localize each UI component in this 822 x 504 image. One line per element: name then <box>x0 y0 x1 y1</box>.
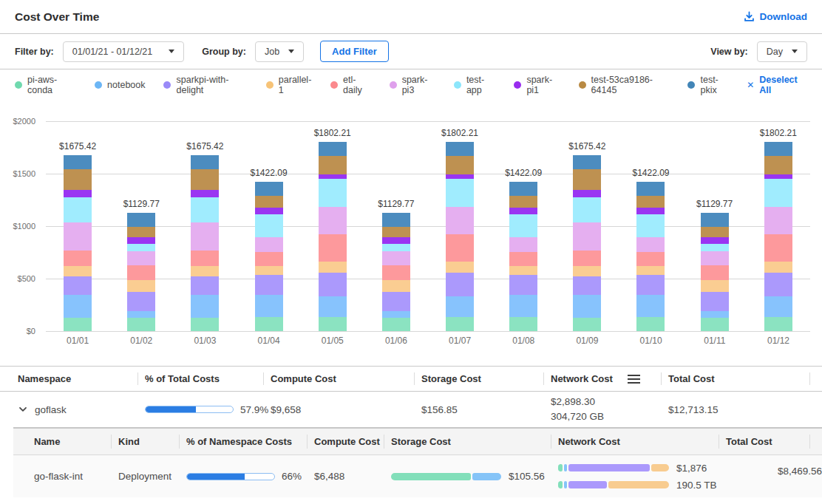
bar-segment-test-53ca9186-64145[interactable] <box>573 169 601 190</box>
bar-segment-test-53ca9186-64145[interactable] <box>701 227 729 237</box>
bar-segment-test-pkix[interactable] <box>636 182 665 196</box>
bar-segment-spark-pi1[interactable] <box>573 190 601 197</box>
bar-segment-parallel-1[interactable] <box>191 266 219 277</box>
bar-segment-test-53ca9186-64145[interactable] <box>127 227 155 237</box>
bar-segment-parallel-1[interactable] <box>636 266 665 275</box>
bar-segment-sparkpi-with-delight[interactable] <box>127 292 155 312</box>
bar-segment-parallel-1[interactable] <box>509 266 537 275</box>
bar-segment-pi-aws-conda[interactable] <box>255 317 283 331</box>
legend-item-spark-pi1[interactable]: spark-pi1 <box>514 75 560 95</box>
bar-segment-etl-daily[interactable] <box>191 251 219 266</box>
bar-segment-test-app[interactable] <box>764 179 792 208</box>
legend-item-notebook[interactable]: notebook <box>95 80 145 90</box>
bar-segment-parallel-1[interactable] <box>573 266 601 277</box>
bar-segment-notebook[interactable] <box>509 295 537 317</box>
bar-segment-sparkpi-with-delight[interactable] <box>382 292 410 312</box>
bar-segment-sparkpi-with-delight[interactable] <box>636 275 665 296</box>
bar-segment-notebook[interactable] <box>446 296 474 317</box>
bar-segment-spark-pi1[interactable] <box>64 190 92 197</box>
bar-segment-notebook[interactable] <box>64 295 92 317</box>
bar-segment-test-pkix[interactable] <box>509 182 537 196</box>
bar-segment-parallel-1[interactable] <box>319 262 347 273</box>
bar-segment-parallel-1[interactable] <box>64 266 92 277</box>
column-header-storage-cost[interactable]: Storage Cost <box>384 429 551 454</box>
bar-segment-spark-pi3[interactable] <box>573 222 601 251</box>
bar-segment-spark-pi3[interactable] <box>701 251 729 266</box>
bar-segment-etl-daily[interactable] <box>509 252 537 266</box>
bar-segment-etl-daily[interactable] <box>64 251 92 266</box>
column-header-storage-cost[interactable]: Storage Cost <box>414 367 543 391</box>
deselect-all-button[interactable]: ✕ Deselect All <box>747 75 807 95</box>
bar-segment-test-app[interactable] <box>255 214 283 237</box>
bar-column-01/08[interactable]: $1422.09 <box>509 121 537 331</box>
bar-column-01/10[interactable]: $1422.09 <box>636 121 665 331</box>
bar-segment-spark-pi3[interactable] <box>446 207 474 234</box>
bar-segment-test-app[interactable] <box>573 197 601 222</box>
bar-segment-etl-daily[interactable] <box>701 265 729 280</box>
legend-item-sparkpi-with-delight[interactable]: sparkpi-with-delight <box>163 75 247 95</box>
bar-segment-pi-aws-conda[interactable] <box>319 317 347 331</box>
bar-segment-etl-daily[interactable] <box>446 234 474 261</box>
column-header-pct-total-costs[interactable]: % of Total Costs <box>137 367 263 391</box>
bar-segment-test-pkix[interactable] <box>573 155 601 169</box>
bar-segment-etl-daily[interactable] <box>255 252 283 266</box>
bar-segment-spark-pi3[interactable] <box>191 222 219 251</box>
column-header-network-cost[interactable]: Network Cost <box>551 429 719 454</box>
bar-segment-test-pkix[interactable] <box>255 182 283 196</box>
bar-segment-pi-aws-conda[interactable] <box>701 318 729 331</box>
bar-segment-notebook[interactable] <box>573 295 601 317</box>
bar-segment-test-app[interactable] <box>382 244 410 251</box>
bar-segment-notebook[interactable] <box>191 295 219 317</box>
bar-segment-spark-pi1[interactable] <box>509 208 537 214</box>
bar-segment-spark-pi3[interactable] <box>127 251 155 266</box>
bar-segment-test-53ca9186-64145[interactable] <box>382 227 410 237</box>
bar-segment-test-pkix[interactable] <box>382 213 410 227</box>
bar-segment-etl-daily[interactable] <box>764 234 792 261</box>
bar-segment-parallel-1[interactable] <box>701 280 729 291</box>
bar-segment-test-app[interactable] <box>127 244 155 251</box>
bar-segment-sparkpi-with-delight[interactable] <box>446 273 474 296</box>
bar-segment-parallel-1[interactable] <box>127 280 155 291</box>
legend-item-etl-daily[interactable]: etl-daily <box>330 75 371 95</box>
bar-segment-test-53ca9186-64145[interactable] <box>191 169 219 190</box>
bar-segment-notebook[interactable] <box>319 296 347 317</box>
column-header-name[interactable]: Name <box>13 429 111 454</box>
bar-segment-spark-pi3[interactable] <box>255 237 283 252</box>
legend-item-spark-pi3[interactable]: spark-pi3 <box>390 75 435 95</box>
bar-segment-pi-aws-conda[interactable] <box>636 317 665 331</box>
bar-segment-test-pkix[interactable] <box>764 142 792 156</box>
bar-segment-spark-pi3[interactable] <box>64 222 92 251</box>
bar-column-01/06[interactable]: $1129.77 <box>382 121 410 331</box>
bar-segment-spark-pi3[interactable] <box>764 207 792 234</box>
column-header-compute-cost[interactable]: Compute Cost <box>307 429 384 454</box>
column-header-kind[interactable]: Kind <box>111 429 179 454</box>
bar-segment-sparkpi-with-delight[interactable] <box>255 275 283 296</box>
bar-segment-parallel-1[interactable] <box>446 262 474 273</box>
bar-segment-test-app[interactable] <box>64 197 92 222</box>
bar-segment-test-pkix[interactable] <box>446 142 474 156</box>
date-range-select[interactable]: 01/01/21 - 01/12/21 <box>63 41 184 62</box>
bar-segment-test-53ca9186-64145[interactable] <box>446 156 474 174</box>
column-header-total-cost[interactable]: Total Cost <box>661 367 822 391</box>
bar-segment-sparkpi-with-delight[interactable] <box>764 273 792 296</box>
chevron-down-icon[interactable] <box>18 404 28 415</box>
bar-segment-notebook[interactable] <box>127 311 155 317</box>
bar-column-01/11[interactable]: $1129.77 <box>701 121 729 331</box>
bar-segment-sparkpi-with-delight[interactable] <box>701 292 729 312</box>
bar-segment-pi-aws-conda[interactable] <box>573 318 601 331</box>
bar-segment-test-53ca9186-64145[interactable] <box>764 156 792 174</box>
bar-segment-etl-daily[interactable] <box>573 251 601 266</box>
bar-segment-sparkpi-with-delight[interactable] <box>573 276 601 295</box>
group-by-select[interactable]: Job <box>255 41 304 62</box>
bar-segment-spark-pi1[interactable] <box>636 208 665 214</box>
bar-segment-pi-aws-conda[interactable] <box>64 318 92 331</box>
bar-segment-test-53ca9186-64145[interactable] <box>255 196 283 207</box>
column-header-network-cost[interactable]: Network Cost <box>543 367 661 391</box>
bar-segment-parallel-1[interactable] <box>382 280 410 291</box>
bar-segment-test-53ca9186-64145[interactable] <box>64 169 92 190</box>
bar-segment-etl-daily[interactable] <box>319 234 347 261</box>
bar-segment-test-53ca9186-64145[interactable] <box>636 196 665 207</box>
bar-segment-test-pkix[interactable] <box>127 213 155 227</box>
bar-segment-test-53ca9186-64145[interactable] <box>509 196 537 207</box>
bar-segment-sparkpi-with-delight[interactable] <box>509 275 537 296</box>
